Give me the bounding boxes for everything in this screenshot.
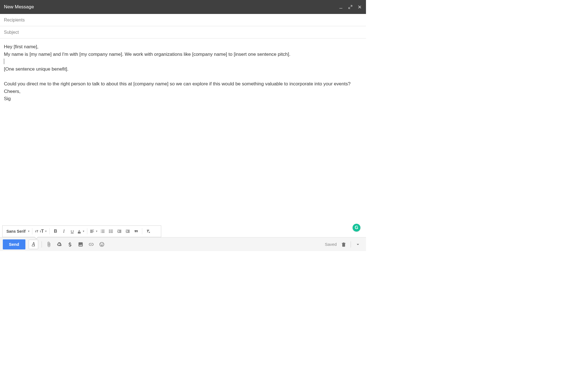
minimize-icon[interactable] [339, 5, 343, 9]
separator [142, 228, 142, 234]
svg-text:тT: тT [35, 230, 38, 233]
font-size-select[interactable]: тT тT▼ [35, 227, 47, 235]
body-cursor-line [4, 58, 362, 65]
window-title: New Message [4, 4, 339, 10]
quote-button[interactable] [132, 227, 140, 235]
body-line: Sig [4, 95, 362, 102]
body-line: Hey [first name], [4, 44, 362, 50]
compose-bottom-bar: Send A Saved [0, 237, 366, 251]
text-color-button[interactable]: A▼ [77, 227, 85, 235]
recipients-row [0, 14, 366, 26]
svg-point-2 [109, 230, 110, 230]
message-body[interactable]: Hey [first name], My name is [my name] a… [0, 39, 366, 225]
close-icon[interactable] [358, 5, 362, 9]
bold-button[interactable]: B [52, 227, 59, 235]
popout-icon[interactable] [348, 5, 353, 9]
svg-point-4 [109, 232, 110, 233]
subject-input[interactable] [4, 30, 362, 35]
body-line: Cheers, [4, 88, 362, 95]
body-line: [One sentence unique benefit]. [4, 66, 362, 73]
bulleted-list-button[interactable] [107, 227, 115, 235]
indent-less-button[interactable] [116, 227, 123, 235]
formatting-toolbar: Sans Serif▼ тT тT▼ B I U A▼ ▼ [2, 225, 161, 237]
window-controls [339, 5, 362, 9]
send-button[interactable]: Send [3, 239, 25, 249]
separator [49, 228, 50, 234]
more-options-button[interactable] [353, 239, 363, 249]
separator [87, 228, 87, 234]
remove-formatting-button[interactable] [144, 227, 152, 235]
attach-file-button[interactable] [44, 239, 54, 249]
body-line: Could you direct me to the right person … [4, 81, 362, 88]
svg-rect-0 [339, 8, 343, 8]
body-blank [4, 73, 362, 80]
insert-money-button[interactable] [65, 239, 75, 249]
indent-more-button[interactable] [124, 227, 131, 235]
compose-titlebar: New Message [0, 0, 366, 14]
svg-point-3 [109, 231, 110, 232]
align-button[interactable]: ▼ [90, 227, 98, 235]
subject-row [0, 26, 366, 39]
insert-photo-button[interactable] [75, 239, 86, 249]
italic-button[interactable]: I [60, 227, 68, 235]
numbered-list-button[interactable] [99, 227, 106, 235]
discard-draft-button[interactable] [338, 239, 349, 249]
body-line: My name is [my name] and I'm with [my co… [4, 51, 362, 58]
separator [351, 241, 351, 247]
insert-link-button[interactable] [86, 239, 97, 249]
separator [32, 228, 32, 234]
insert-emoji-button[interactable] [97, 239, 107, 249]
grammarly-icon[interactable]: G [353, 224, 360, 232]
formatting-toggle[interactable]: A [29, 240, 38, 249]
font-family-select[interactable]: Sans Serif▼ [5, 227, 30, 235]
insert-drive-button[interactable] [54, 239, 65, 249]
saved-status: Saved [325, 242, 337, 247]
recipients-input[interactable] [4, 18, 362, 23]
separator [42, 241, 42, 247]
underline-button[interactable]: U [69, 227, 76, 235]
